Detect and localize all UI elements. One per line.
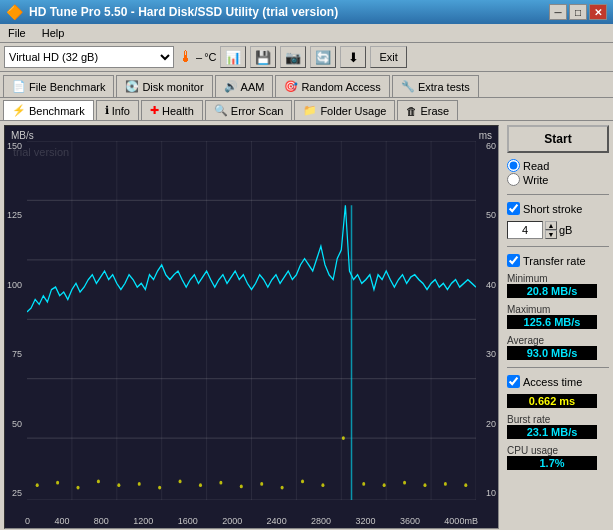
radio-group-rw: Read Write	[507, 159, 609, 186]
close-button[interactable]: ✕	[589, 4, 607, 20]
short-stroke-label: Short stroke	[523, 203, 582, 215]
transfer-rate-checkbox[interactable]	[507, 254, 520, 267]
minimum-label: Minimum	[507, 273, 609, 284]
tab-bar-1: 📄 File Benchmark 💽 Disk monitor 🔊 AAM 🎯 …	[0, 72, 613, 98]
tab-info[interactable]: ℹ Info	[96, 100, 139, 120]
radio-write[interactable]	[507, 173, 520, 186]
access-time-label: Access time	[523, 376, 582, 388]
svg-point-26	[219, 481, 222, 485]
svg-point-38	[464, 483, 467, 487]
burst-rate-block: Burst rate 23.1 MB/s	[507, 414, 609, 439]
access-time-checkbox[interactable]	[507, 375, 520, 388]
temp-display: 🌡 – °C	[178, 48, 216, 66]
toolbar: Virtual HD (32 gB) 🌡 – °C 📊 💾 📷 🔄 ⬇ Exit	[0, 43, 613, 72]
tab-health[interactable]: ✚ Health	[141, 100, 203, 120]
toolbar-btn-4[interactable]: 🔄	[310, 46, 336, 68]
svg-point-28	[260, 482, 263, 486]
svg-point-20	[97, 480, 100, 484]
svg-point-30	[301, 480, 304, 484]
chart-y-label: MB/s	[11, 130, 34, 141]
menu-bar: File Help	[0, 24, 613, 43]
folder-usage-icon: 📁	[303, 104, 317, 117]
file-benchmark-icon: 📄	[12, 80, 26, 93]
separator-1	[507, 194, 609, 195]
average-label: Average	[507, 335, 609, 346]
right-panel: Start Read Write Short stroke ▲ ▼ gB	[503, 121, 613, 530]
tab-disk-monitor[interactable]: 💽 Disk monitor	[116, 75, 212, 97]
svg-point-35	[403, 481, 406, 485]
separator-2	[507, 246, 609, 247]
cpu-usage-value: 1.7%	[507, 456, 597, 470]
radio-write-label: Write	[523, 174, 548, 186]
maximize-button[interactable]: □	[569, 4, 587, 20]
svg-point-17	[36, 483, 39, 487]
transfer-rate-row: Transfer rate	[507, 254, 609, 267]
minimize-button[interactable]: ─	[549, 4, 567, 20]
tab-folder-usage[interactable]: 📁 Folder Usage	[294, 100, 395, 120]
tab-bar-2: ⚡ Benchmark ℹ Info ✚ Health 🔍 Error Scan…	[0, 98, 613, 121]
y-axis-left: 150 125 100 75 50 25	[5, 141, 24, 498]
tab-benchmark[interactable]: ⚡ Benchmark	[3, 100, 94, 120]
short-stroke-checkbox[interactable]	[507, 202, 520, 215]
access-time-row: Access time	[507, 375, 609, 388]
average-value: 93.0 MB/s	[507, 346, 597, 360]
temp-unit: °C	[204, 51, 216, 63]
health-icon: ✚	[150, 104, 159, 117]
spinbox-down-button[interactable]: ▼	[545, 230, 557, 239]
svg-point-18	[56, 481, 59, 485]
title-bar: 🔶 HD Tune Pro 5.50 - Hard Disk/SSD Utili…	[0, 0, 613, 24]
tab-file-benchmark[interactable]: 📄 File Benchmark	[3, 75, 114, 97]
cpu-usage-label: CPU usage	[507, 445, 609, 456]
spinbox-unit-label: gB	[559, 224, 572, 236]
tab-extra-tests[interactable]: 🔧 Extra tests	[392, 75, 479, 97]
window-title: HD Tune Pro 5.50 - Hard Disk/SSD Utility…	[29, 5, 338, 19]
cpu-usage-block: CPU usage 1.7%	[507, 445, 609, 470]
menu-file[interactable]: File	[4, 26, 30, 40]
toolbar-btn-2[interactable]: 💾	[250, 46, 276, 68]
access-time-block: 0.662 ms	[507, 394, 609, 408]
benchmark-chart	[27, 141, 476, 500]
burst-rate-value: 23.1 MB/s	[507, 425, 597, 439]
tab-error-scan[interactable]: 🔍 Error Scan	[205, 100, 293, 120]
svg-point-34	[383, 483, 386, 487]
start-button[interactable]: Start	[507, 125, 609, 153]
exit-button[interactable]: Exit	[370, 46, 406, 68]
burst-rate-label: Burst rate	[507, 414, 609, 425]
drive-select[interactable]: Virtual HD (32 gB)	[4, 46, 174, 68]
svg-point-27	[240, 485, 243, 489]
menu-help[interactable]: Help	[38, 26, 69, 40]
spinbox-buttons: ▲ ▼	[545, 221, 557, 239]
tab-random-access[interactable]: 🎯 Random Access	[275, 75, 389, 97]
random-access-icon: 🎯	[284, 80, 298, 93]
extra-tests-icon: 🔧	[401, 80, 415, 93]
separator-3	[507, 367, 609, 368]
svg-point-29	[281, 486, 284, 490]
spinbox-row: ▲ ▼ gB	[507, 221, 609, 239]
chart-y-label-right: ms	[479, 130, 492, 141]
spinbox-input[interactable]	[507, 221, 543, 239]
svg-point-21	[117, 483, 120, 487]
chart-area: MB/s ms trial version 150 125 100 75 50 …	[4, 125, 499, 529]
maximum-value: 125.6 MB/s	[507, 315, 597, 329]
temp-separator: –	[196, 51, 202, 63]
aam-icon: 🔊	[224, 80, 238, 93]
tab-erase[interactable]: 🗑 Erase	[397, 100, 458, 120]
svg-point-19	[76, 486, 79, 490]
x-axis: 0 400 800 1200 1600 2000 2400 2800 3200 …	[25, 516, 478, 526]
toolbar-btn-1[interactable]: 📊	[220, 46, 246, 68]
svg-point-22	[138, 482, 141, 486]
short-stroke-row: Short stroke	[507, 202, 609, 215]
main-content: MB/s ms trial version 150 125 100 75 50 …	[0, 121, 613, 530]
average-block: Average 93.0 MB/s	[507, 335, 609, 360]
access-time-value: 0.662 ms	[507, 394, 597, 408]
svg-point-25	[199, 483, 202, 487]
maximum-block: Maximum 125.6 MB/s	[507, 304, 609, 329]
toolbar-btn-3[interactable]: 📷	[280, 46, 306, 68]
minimum-block: Minimum 20.8 MB/s	[507, 273, 609, 298]
tab-aam[interactable]: 🔊 AAM	[215, 75, 274, 97]
radio-read[interactable]	[507, 159, 520, 172]
spinbox-up-button[interactable]: ▲	[545, 221, 557, 230]
toolbar-btn-5[interactable]: ⬇	[340, 46, 366, 68]
transfer-rate-label: Transfer rate	[523, 255, 586, 267]
svg-point-31	[321, 483, 324, 487]
